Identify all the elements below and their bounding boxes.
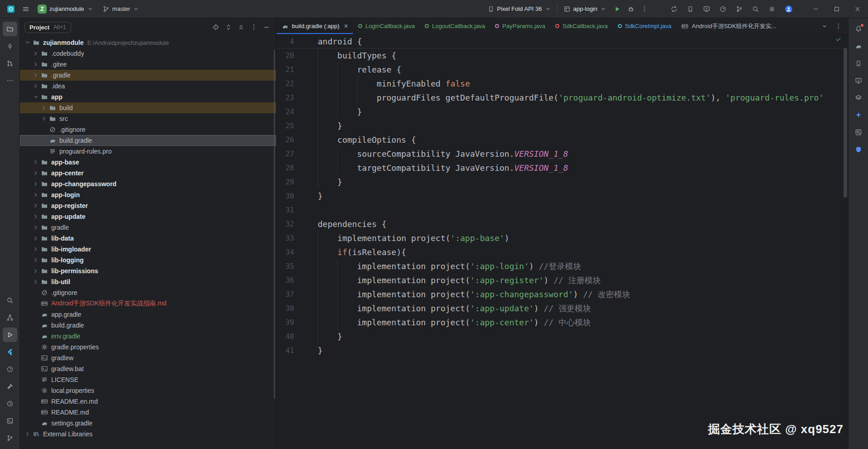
tree-item-gitignore[interactable]: .gitignore (20, 124, 276, 135)
tree-item-app-center[interactable]: app-center (20, 168, 276, 179)
tree-item-gitee[interactable]: .gitee (20, 59, 276, 70)
code-line-4[interactable]: 4android { (276, 34, 848, 48)
inspections-widget[interactable] (835, 36, 842, 43)
code-line-25[interactable]: 25 } (276, 119, 848, 133)
chevron-right-icon[interactable] (32, 202, 40, 209)
tree-item-idea[interactable]: .idea (20, 81, 276, 92)
close-button[interactable] (847, 0, 868, 18)
notifications-icon[interactable] (851, 22, 866, 36)
chevron-right-icon[interactable] (32, 61, 40, 68)
chevron-right-icon[interactable] (32, 224, 40, 231)
more-tool-windows-icon[interactable] (3, 73, 17, 88)
hide-panel-icon[interactable] (261, 21, 272, 33)
chevron-right-icon[interactable] (32, 213, 40, 220)
chevron-right-icon[interactable] (40, 104, 48, 111)
code-line-35[interactable]: 35 implementation project(':app-login') … (276, 259, 848, 273)
tab-build-gradle-app[interactable]: build.gradle (:app)× (276, 18, 353, 34)
tree-scrollbar[interactable] (274, 50, 275, 399)
tree-item-external-libraries[interactable]: External Libraries (20, 429, 276, 439)
chevron-down-icon[interactable] (32, 93, 40, 101)
editor-scrollbar[interactable] (844, 48, 847, 198)
history-tool-icon[interactable] (3, 396, 17, 411)
tree-item-app-register[interactable]: app-register (20, 200, 276, 211)
hidden-tabs-button[interactable] (819, 21, 830, 32)
editor-options-button[interactable] (833, 20, 844, 32)
tree-item-android-sdk-md[interactable]: Android手游SDK组件化开发实战指南.md (20, 298, 276, 309)
tree-item-proguard-rules-pro[interactable]: proguard-rules.pro (20, 146, 276, 157)
device-manager-icon[interactable] (684, 3, 697, 15)
select-opened-file-icon[interactable] (210, 21, 222, 33)
code-line-24[interactable]: 24 } (276, 105, 848, 119)
tree-item-build[interactable]: build (20, 102, 276, 113)
tree-item-codebuddy[interactable]: .codebuddy (20, 48, 276, 59)
code-line-30[interactable]: 30} (276, 189, 848, 203)
tree-item-gradle[interactable]: gradle (20, 222, 276, 233)
tree-item-lib-imgloader[interactable]: lib-imgloader (20, 244, 276, 255)
avatar[interactable] (782, 2, 795, 16)
profiler-icon[interactable] (717, 3, 729, 15)
tab-android-sdk[interactable]: Android手游SDK组件化开发实... (676, 18, 781, 34)
chevron-right-icon[interactable] (32, 267, 40, 275)
tree-item-lib-permissions[interactable]: lib-permissions (20, 266, 276, 276)
chevron-right-icon[interactable] (32, 278, 40, 285)
code-line-40[interactable]: 40 } (276, 329, 848, 343)
expand-collapse-icon[interactable] (223, 21, 234, 33)
app-inspection-icon[interactable] (851, 125, 866, 140)
tree-item-app-update[interactable]: app-update (20, 211, 276, 222)
project-panel-title-chip[interactable]: Project Alt+1 (24, 22, 71, 33)
commit-tool-icon[interactable] (3, 39, 17, 53)
tree-item-license[interactable]: LICENSE (20, 374, 276, 385)
chevron-right-icon[interactable] (32, 50, 40, 57)
panel-options-icon[interactable] (248, 21, 260, 33)
tree-item-build-gradle[interactable]: build.gradle (20, 135, 276, 146)
tree-item-readme-en-md[interactable]: README.en.md (20, 396, 276, 407)
tab-payparams-java[interactable]: PayParams.java (490, 18, 550, 34)
code-line-21[interactable]: 21 release { (276, 63, 848, 77)
tree-item-settings-gradle[interactable]: settings.gradle (20, 418, 276, 429)
minimize-button[interactable] (805, 0, 826, 18)
tab-logincallback-java[interactable]: LoginCallback.java (353, 18, 420, 34)
tree-item-local-properties[interactable]: local.properties (20, 385, 276, 396)
settings-icon[interactable] (766, 3, 778, 15)
chevron-right-icon[interactable] (32, 72, 40, 79)
tree-item-zujianmodule[interactable]: zujianmoduleE:\Androidproject\zujianmodu… (20, 37, 276, 48)
close-tab-icon[interactable]: × (344, 23, 348, 30)
chevron-right-icon[interactable] (24, 430, 32, 438)
tab-sdkcallback-java[interactable]: SdkCallback.java (550, 18, 613, 34)
gradle-icon[interactable] (851, 39, 866, 53)
pull-requests-tool-icon[interactable] (3, 56, 17, 71)
running-devices-icon[interactable] (700, 3, 713, 15)
chevron-right-icon[interactable] (32, 246, 40, 253)
tree-item-gitignore[interactable]: .gitignore (20, 287, 276, 298)
tree-item-readme-md[interactable]: README.md (20, 407, 276, 418)
code-line-26[interactable]: 26 compileOptions { (276, 133, 848, 147)
code-line-36[interactable]: 36 implementation project(':app-register… (276, 273, 848, 287)
tree-item-app-login[interactable]: app-login (20, 189, 276, 200)
chevron-right-icon[interactable] (32, 82, 40, 90)
code-line-28[interactable]: 28 targetCompatibility JavaVersion.VERSI… (276, 161, 848, 175)
chevron-right-icon[interactable] (40, 115, 48, 122)
code-line-34[interactable]: 34 if(isRelease){ (276, 245, 848, 259)
device-selector[interactable]: Pixel Fold API 36 (484, 4, 554, 14)
tree-item-lib-data[interactable]: lib-data (20, 233, 276, 244)
chevron-right-icon[interactable] (32, 169, 40, 177)
code-line-29[interactable]: 29 } (276, 175, 848, 189)
tree-item-src[interactable]: src (20, 113, 276, 124)
running-devices-icon[interactable] (851, 73, 866, 88)
ai-assistant-icon[interactable] (851, 108, 866, 122)
run-tool-icon[interactable] (3, 328, 17, 342)
structure-tool-icon[interactable] (3, 310, 17, 325)
tree-item-app-changepassword[interactable]: app-changepassword (20, 179, 276, 189)
code-line-33[interactable]: 33 implementation project(':app-base') (276, 231, 848, 245)
code-line-37[interactable]: 37 implementation project(':app-changepa… (276, 287, 848, 301)
code-line-31[interactable]: 31 (276, 203, 848, 217)
maximize-button[interactable] (826, 0, 847, 18)
terminal-tool-icon[interactable] (3, 414, 17, 428)
device-manager-icon[interactable] (851, 56, 866, 71)
run-button[interactable] (611, 3, 623, 15)
project-tool-icon[interactable] (3, 22, 17, 36)
code-line-38[interactable]: 38 implementation project(':app-update')… (276, 301, 848, 315)
main-menu-button[interactable] (20, 3, 32, 15)
collapse-all-icon[interactable] (235, 21, 247, 33)
tree-item-app[interactable]: app (20, 92, 276, 102)
